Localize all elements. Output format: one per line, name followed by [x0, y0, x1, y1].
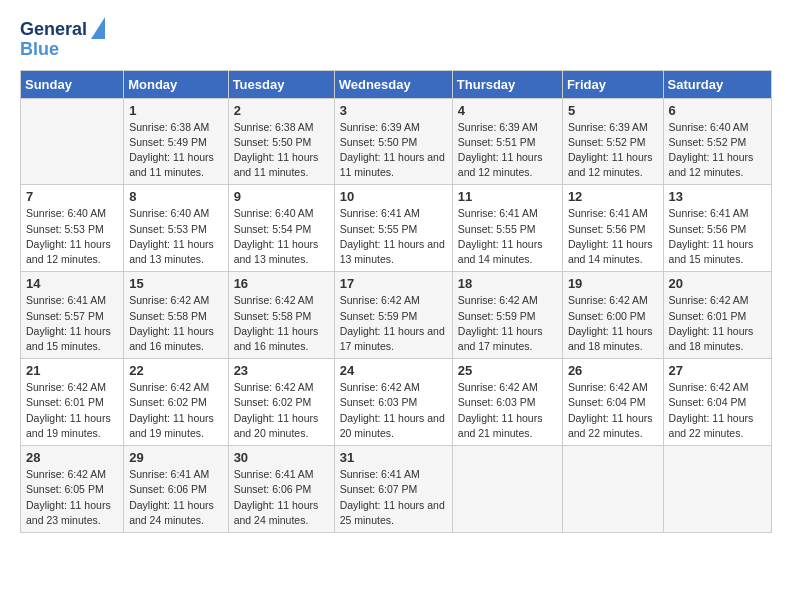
calendar-cell: 20Sunrise: 6:42 AMSunset: 6:01 PMDayligh… [663, 272, 771, 359]
day-info: Sunrise: 6:38 AMSunset: 5:50 PMDaylight:… [234, 120, 329, 181]
calendar-cell: 16Sunrise: 6:42 AMSunset: 5:58 PMDayligh… [228, 272, 334, 359]
day-number: 5 [568, 103, 658, 118]
calendar-cell: 9Sunrise: 6:40 AMSunset: 5:54 PMDaylight… [228, 185, 334, 272]
day-number: 8 [129, 189, 222, 204]
weekday-header: Tuesday [228, 70, 334, 98]
day-info: Sunrise: 6:41 AMSunset: 5:56 PMDaylight:… [669, 206, 766, 267]
day-number: 21 [26, 363, 118, 378]
day-info: Sunrise: 6:39 AMSunset: 5:52 PMDaylight:… [568, 120, 658, 181]
calendar-cell: 30Sunrise: 6:41 AMSunset: 6:06 PMDayligh… [228, 446, 334, 533]
day-number: 24 [340, 363, 447, 378]
day-number: 9 [234, 189, 329, 204]
day-number: 10 [340, 189, 447, 204]
day-info: Sunrise: 6:42 AMSunset: 6:05 PMDaylight:… [26, 467, 118, 528]
day-number: 26 [568, 363, 658, 378]
logo-text: General [20, 20, 87, 40]
day-number: 23 [234, 363, 329, 378]
calendar-cell: 25Sunrise: 6:42 AMSunset: 6:03 PMDayligh… [452, 359, 562, 446]
day-info: Sunrise: 6:41 AMSunset: 6:06 PMDaylight:… [234, 467, 329, 528]
day-number: 22 [129, 363, 222, 378]
day-number: 4 [458, 103, 557, 118]
calendar-cell: 6Sunrise: 6:40 AMSunset: 5:52 PMDaylight… [663, 98, 771, 185]
day-number: 11 [458, 189, 557, 204]
day-number: 6 [669, 103, 766, 118]
calendar-cell [21, 98, 124, 185]
calendar-header-row: SundayMondayTuesdayWednesdayThursdayFrid… [21, 70, 772, 98]
calendar-week-row: 28Sunrise: 6:42 AMSunset: 6:05 PMDayligh… [21, 446, 772, 533]
calendar-cell: 13Sunrise: 6:41 AMSunset: 5:56 PMDayligh… [663, 185, 771, 272]
day-number: 18 [458, 276, 557, 291]
calendar-cell: 22Sunrise: 6:42 AMSunset: 6:02 PMDayligh… [124, 359, 228, 446]
day-number: 12 [568, 189, 658, 204]
day-info: Sunrise: 6:40 AMSunset: 5:54 PMDaylight:… [234, 206, 329, 267]
day-number: 25 [458, 363, 557, 378]
day-number: 3 [340, 103, 447, 118]
day-number: 16 [234, 276, 329, 291]
day-number: 14 [26, 276, 118, 291]
weekday-header: Wednesday [334, 70, 452, 98]
calendar-cell: 17Sunrise: 6:42 AMSunset: 5:59 PMDayligh… [334, 272, 452, 359]
day-info: Sunrise: 6:40 AMSunset: 5:52 PMDaylight:… [669, 120, 766, 181]
day-number: 17 [340, 276, 447, 291]
day-number: 2 [234, 103, 329, 118]
weekday-header: Monday [124, 70, 228, 98]
calendar-cell: 4Sunrise: 6:39 AMSunset: 5:51 PMDaylight… [452, 98, 562, 185]
day-info: Sunrise: 6:42 AMSunset: 5:58 PMDaylight:… [234, 293, 329, 354]
logo-subtext: Blue [20, 40, 59, 60]
calendar-cell: 15Sunrise: 6:42 AMSunset: 5:58 PMDayligh… [124, 272, 228, 359]
calendar-cell: 18Sunrise: 6:42 AMSunset: 5:59 PMDayligh… [452, 272, 562, 359]
calendar-cell: 3Sunrise: 6:39 AMSunset: 5:50 PMDaylight… [334, 98, 452, 185]
calendar-cell [452, 446, 562, 533]
calendar-cell: 28Sunrise: 6:42 AMSunset: 6:05 PMDayligh… [21, 446, 124, 533]
weekday-header: Sunday [21, 70, 124, 98]
day-info: Sunrise: 6:40 AMSunset: 5:53 PMDaylight:… [26, 206, 118, 267]
weekday-header: Thursday [452, 70, 562, 98]
calendar-cell: 7Sunrise: 6:40 AMSunset: 5:53 PMDaylight… [21, 185, 124, 272]
day-info: Sunrise: 6:42 AMSunset: 6:01 PMDaylight:… [26, 380, 118, 441]
day-number: 30 [234, 450, 329, 465]
calendar-cell: 29Sunrise: 6:41 AMSunset: 6:06 PMDayligh… [124, 446, 228, 533]
page-header: General Blue [20, 20, 772, 60]
day-number: 15 [129, 276, 222, 291]
calendar-cell: 1Sunrise: 6:38 AMSunset: 5:49 PMDaylight… [124, 98, 228, 185]
calendar-cell: 21Sunrise: 6:42 AMSunset: 6:01 PMDayligh… [21, 359, 124, 446]
day-number: 7 [26, 189, 118, 204]
day-info: Sunrise: 6:42 AMSunset: 6:03 PMDaylight:… [340, 380, 447, 441]
weekday-header: Friday [562, 70, 663, 98]
calendar-cell: 27Sunrise: 6:42 AMSunset: 6:04 PMDayligh… [663, 359, 771, 446]
day-info: Sunrise: 6:42 AMSunset: 6:00 PMDaylight:… [568, 293, 658, 354]
calendar-cell: 11Sunrise: 6:41 AMSunset: 5:55 PMDayligh… [452, 185, 562, 272]
day-number: 19 [568, 276, 658, 291]
calendar-cell: 31Sunrise: 6:41 AMSunset: 6:07 PMDayligh… [334, 446, 452, 533]
day-info: Sunrise: 6:42 AMSunset: 5:58 PMDaylight:… [129, 293, 222, 354]
day-info: Sunrise: 6:41 AMSunset: 5:57 PMDaylight:… [26, 293, 118, 354]
calendar-cell: 14Sunrise: 6:41 AMSunset: 5:57 PMDayligh… [21, 272, 124, 359]
day-number: 27 [669, 363, 766, 378]
calendar-cell: 10Sunrise: 6:41 AMSunset: 5:55 PMDayligh… [334, 185, 452, 272]
calendar-cell: 12Sunrise: 6:41 AMSunset: 5:56 PMDayligh… [562, 185, 663, 272]
weekday-header: Saturday [663, 70, 771, 98]
calendar-table: SundayMondayTuesdayWednesdayThursdayFrid… [20, 70, 772, 533]
calendar-week-row: 14Sunrise: 6:41 AMSunset: 5:57 PMDayligh… [21, 272, 772, 359]
calendar-cell [663, 446, 771, 533]
day-info: Sunrise: 6:41 AMSunset: 5:55 PMDaylight:… [458, 206, 557, 267]
day-info: Sunrise: 6:41 AMSunset: 6:07 PMDaylight:… [340, 467, 447, 528]
day-number: 20 [669, 276, 766, 291]
day-info: Sunrise: 6:41 AMSunset: 5:56 PMDaylight:… [568, 206, 658, 267]
calendar-cell: 8Sunrise: 6:40 AMSunset: 5:53 PMDaylight… [124, 185, 228, 272]
day-info: Sunrise: 6:42 AMSunset: 6:02 PMDaylight:… [129, 380, 222, 441]
calendar-cell: 19Sunrise: 6:42 AMSunset: 6:00 PMDayligh… [562, 272, 663, 359]
day-info: Sunrise: 6:42 AMSunset: 6:04 PMDaylight:… [568, 380, 658, 441]
day-number: 31 [340, 450, 447, 465]
logo: General Blue [20, 20, 105, 60]
day-number: 13 [669, 189, 766, 204]
day-info: Sunrise: 6:39 AMSunset: 5:51 PMDaylight:… [458, 120, 557, 181]
day-number: 1 [129, 103, 222, 118]
calendar-cell [562, 446, 663, 533]
day-info: Sunrise: 6:42 AMSunset: 6:04 PMDaylight:… [669, 380, 766, 441]
day-info: Sunrise: 6:42 AMSunset: 6:01 PMDaylight:… [669, 293, 766, 354]
day-info: Sunrise: 6:41 AMSunset: 5:55 PMDaylight:… [340, 206, 447, 267]
calendar-week-row: 21Sunrise: 6:42 AMSunset: 6:01 PMDayligh… [21, 359, 772, 446]
day-info: Sunrise: 6:42 AMSunset: 6:03 PMDaylight:… [458, 380, 557, 441]
day-info: Sunrise: 6:39 AMSunset: 5:50 PMDaylight:… [340, 120, 447, 181]
